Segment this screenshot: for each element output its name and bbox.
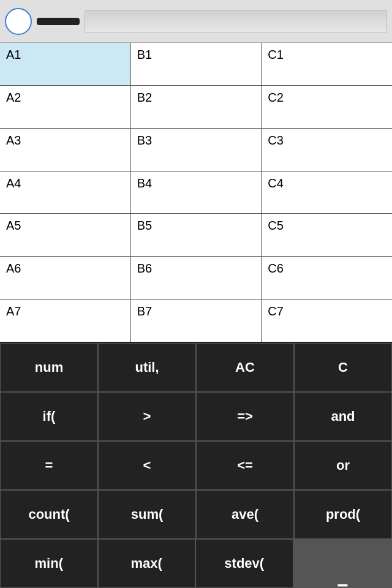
cell-reference[interactable] <box>37 18 80 25</box>
grid-cell-c5[interactable]: C5 <box>262 214 392 256</box>
kb-button-_[interactable]: = <box>0 441 98 490</box>
grid-cell-c2[interactable]: C2 <box>262 86 392 128</box>
grid-cell-b6[interactable]: B6 <box>131 257 262 299</box>
keyboard-row-1: if(>=>and <box>0 392 392 441</box>
kb-button-ac[interactable]: AC <box>196 343 294 392</box>
grid-cell-a5[interactable]: A5 <box>0 214 131 256</box>
grid-cell-b1[interactable]: B1 <box>131 43 262 85</box>
grid-cell-c7[interactable]: C7 <box>262 300 392 342</box>
grid-cell-c3[interactable]: C3 <box>262 129 392 171</box>
spreadsheet-grid: A1B1C1A2B2C2A3B3C3A4B4C4A5B5C5A6B6C6A7B7… <box>0 43 392 343</box>
grid-cell-a2[interactable]: A2 <box>0 86 131 128</box>
grid-cell-b7[interactable]: B7 <box>131 300 262 342</box>
grid-row: A3B3C3 <box>0 129 392 172</box>
keyboard-row-0: numutil,ACC <box>0 343 392 392</box>
kb-button-equals[interactable]: = <box>293 539 393 588</box>
kb-button-prod_[interactable]: prod( <box>294 490 392 539</box>
kb-button-sum_[interactable]: sum( <box>98 490 196 539</box>
grid-cell-c1[interactable]: C1 <box>262 43 392 85</box>
grid-row: A4B4C4 <box>0 172 392 214</box>
grid-row: A6B6C6 <box>0 257 392 300</box>
grid-cell-c6[interactable]: C6 <box>262 257 392 299</box>
keyboard: numutil,ACCif(>=>and=<<=orcount(sum(ave(… <box>0 343 392 588</box>
grid-cell-b2[interactable]: B2 <box>131 86 262 128</box>
grid-row: A7B7C7 <box>0 300 392 342</box>
header <box>0 0 392 43</box>
kb-button-_[interactable]: > <box>98 392 196 441</box>
grid-cell-a1[interactable]: A1 <box>0 43 131 85</box>
grid-cell-c4[interactable]: C4 <box>262 172 392 214</box>
grid-cell-a7[interactable]: A7 <box>0 300 131 342</box>
kb-button-__[interactable]: <= <box>196 441 294 490</box>
kb-button-count_[interactable]: count( <box>0 490 98 539</box>
kb-button-or[interactable]: or <box>294 441 392 490</box>
grid-cell-b3[interactable]: B3 <box>131 129 262 171</box>
kb-button-min_[interactable]: min( <box>0 539 98 588</box>
kb-button-if_[interactable]: if( <box>0 392 98 441</box>
grid-cell-a4[interactable]: A4 <box>0 172 131 214</box>
keyboard-row-3: count(sum(ave(prod( <box>0 490 392 539</box>
kb-button-_[interactable]: < <box>98 441 196 490</box>
kb-button-c[interactable]: C <box>294 343 392 392</box>
kb-button-__[interactable]: => <box>196 392 294 441</box>
grid-row: A5B5C5 <box>0 214 392 257</box>
grid-cell-a6[interactable]: A6 <box>0 257 131 299</box>
kb-button-max_[interactable]: max( <box>98 539 196 588</box>
kb-button-and[interactable]: and <box>294 392 392 441</box>
grid-row: A1B1C1 <box>0 43 392 86</box>
formula-bar[interactable] <box>85 10 387 33</box>
grid-row: A2B2C2 <box>0 86 392 129</box>
kb-button-ave_[interactable]: ave( <box>196 490 294 539</box>
grid-cell-a3[interactable]: A3 <box>0 129 131 171</box>
kb-button-num[interactable]: num <box>0 343 98 392</box>
kb-button-util_[interactable]: util, <box>98 343 196 392</box>
info-button[interactable] <box>5 8 32 35</box>
keyboard-row-2: =<<=or <box>0 441 392 490</box>
grid-cell-b4[interactable]: B4 <box>131 172 262 214</box>
grid-cell-b5[interactable]: B5 <box>131 214 262 256</box>
kb-button-stdev_[interactable]: stdev( <box>195 539 293 588</box>
keyboard-bottom-section: min(max(stdev((),= <box>0 539 392 588</box>
